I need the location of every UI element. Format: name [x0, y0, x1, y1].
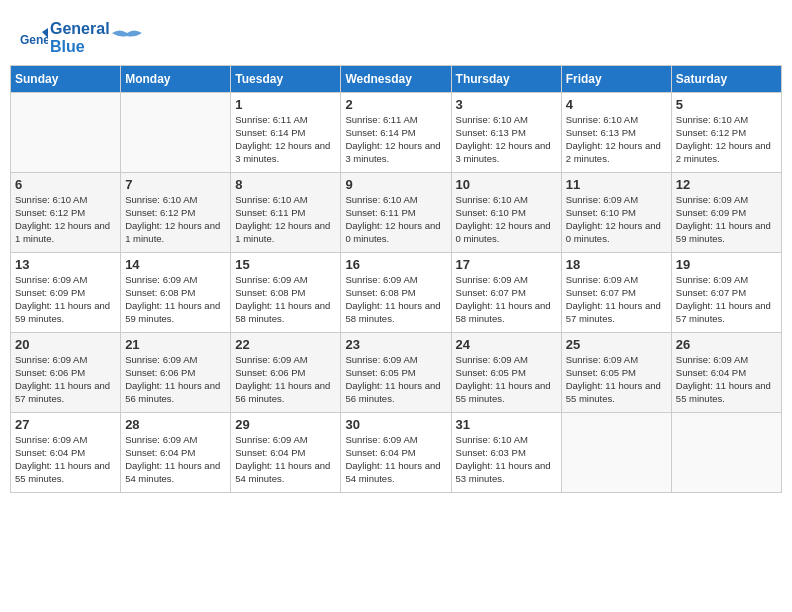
- day-number: 4: [566, 97, 667, 112]
- logo: General General Blue: [20, 20, 142, 55]
- calendar-cell: 9Sunrise: 6:10 AM Sunset: 6:11 PM Daylig…: [341, 173, 451, 253]
- day-number: 16: [345, 257, 446, 272]
- day-info: Sunrise: 6:09 AM Sunset: 6:08 PM Dayligh…: [125, 274, 226, 325]
- day-number: 27: [15, 417, 116, 432]
- calendar-cell: 5Sunrise: 6:10 AM Sunset: 6:12 PM Daylig…: [671, 93, 781, 173]
- calendar-week-row: 20Sunrise: 6:09 AM Sunset: 6:06 PM Dayli…: [11, 333, 782, 413]
- calendar-cell: 19Sunrise: 6:09 AM Sunset: 6:07 PM Dayli…: [671, 253, 781, 333]
- day-info: Sunrise: 6:10 AM Sunset: 6:11 PM Dayligh…: [345, 194, 446, 245]
- weekday-header: Tuesday: [231, 66, 341, 93]
- day-number: 25: [566, 337, 667, 352]
- calendar-cell: 8Sunrise: 6:10 AM Sunset: 6:11 PM Daylig…: [231, 173, 341, 253]
- day-number: 31: [456, 417, 557, 432]
- day-info: Sunrise: 6:09 AM Sunset: 6:07 PM Dayligh…: [456, 274, 557, 325]
- day-number: 18: [566, 257, 667, 272]
- weekday-header: Wednesday: [341, 66, 451, 93]
- day-number: 28: [125, 417, 226, 432]
- calendar-cell: 25Sunrise: 6:09 AM Sunset: 6:05 PM Dayli…: [561, 333, 671, 413]
- calendar-cell: 10Sunrise: 6:10 AM Sunset: 6:10 PM Dayli…: [451, 173, 561, 253]
- weekday-header: Friday: [561, 66, 671, 93]
- day-info: Sunrise: 6:10 AM Sunset: 6:10 PM Dayligh…: [456, 194, 557, 245]
- day-info: Sunrise: 6:09 AM Sunset: 6:04 PM Dayligh…: [345, 434, 446, 485]
- day-info: Sunrise: 6:09 AM Sunset: 6:09 PM Dayligh…: [676, 194, 777, 245]
- day-info: Sunrise: 6:10 AM Sunset: 6:12 PM Dayligh…: [15, 194, 116, 245]
- weekday-header: Thursday: [451, 66, 561, 93]
- day-info: Sunrise: 6:11 AM Sunset: 6:14 PM Dayligh…: [235, 114, 336, 165]
- calendar-week-row: 1Sunrise: 6:11 AM Sunset: 6:14 PM Daylig…: [11, 93, 782, 173]
- calendar-cell: [671, 413, 781, 493]
- calendar-cell: 28Sunrise: 6:09 AM Sunset: 6:04 PM Dayli…: [121, 413, 231, 493]
- day-info: Sunrise: 6:09 AM Sunset: 6:04 PM Dayligh…: [125, 434, 226, 485]
- calendar-cell: 13Sunrise: 6:09 AM Sunset: 6:09 PM Dayli…: [11, 253, 121, 333]
- weekday-header: Saturday: [671, 66, 781, 93]
- day-number: 26: [676, 337, 777, 352]
- day-info: Sunrise: 6:09 AM Sunset: 6:06 PM Dayligh…: [235, 354, 336, 405]
- calendar-cell: [121, 93, 231, 173]
- weekday-header: Monday: [121, 66, 231, 93]
- day-info: Sunrise: 6:09 AM Sunset: 6:04 PM Dayligh…: [235, 434, 336, 485]
- day-info: Sunrise: 6:09 AM Sunset: 6:09 PM Dayligh…: [15, 274, 116, 325]
- day-info: Sunrise: 6:09 AM Sunset: 6:07 PM Dayligh…: [676, 274, 777, 325]
- day-info: Sunrise: 6:10 AM Sunset: 6:13 PM Dayligh…: [566, 114, 667, 165]
- day-number: 15: [235, 257, 336, 272]
- day-info: Sunrise: 6:09 AM Sunset: 6:10 PM Dayligh…: [566, 194, 667, 245]
- calendar-cell: 24Sunrise: 6:09 AM Sunset: 6:05 PM Dayli…: [451, 333, 561, 413]
- calendar-cell: 16Sunrise: 6:09 AM Sunset: 6:08 PM Dayli…: [341, 253, 451, 333]
- day-info: Sunrise: 6:09 AM Sunset: 6:04 PM Dayligh…: [676, 354, 777, 405]
- logo-bird-icon: [112, 28, 142, 48]
- calendar-header-row: SundayMondayTuesdayWednesdayThursdayFrid…: [11, 66, 782, 93]
- logo-blue: Blue: [50, 38, 110, 56]
- svg-text:General: General: [20, 33, 48, 47]
- calendar-week-row: 6Sunrise: 6:10 AM Sunset: 6:12 PM Daylig…: [11, 173, 782, 253]
- day-info: Sunrise: 6:10 AM Sunset: 6:03 PM Dayligh…: [456, 434, 557, 485]
- day-info: Sunrise: 6:09 AM Sunset: 6:07 PM Dayligh…: [566, 274, 667, 325]
- calendar-cell: 12Sunrise: 6:09 AM Sunset: 6:09 PM Dayli…: [671, 173, 781, 253]
- day-info: Sunrise: 6:11 AM Sunset: 6:14 PM Dayligh…: [345, 114, 446, 165]
- page-header: General General Blue: [10, 10, 782, 60]
- day-info: Sunrise: 6:09 AM Sunset: 6:04 PM Dayligh…: [15, 434, 116, 485]
- day-number: 11: [566, 177, 667, 192]
- day-number: 29: [235, 417, 336, 432]
- day-number: 24: [456, 337, 557, 352]
- day-number: 9: [345, 177, 446, 192]
- day-number: 17: [456, 257, 557, 272]
- calendar-cell: 26Sunrise: 6:09 AM Sunset: 6:04 PM Dayli…: [671, 333, 781, 413]
- day-info: Sunrise: 6:09 AM Sunset: 6:05 PM Dayligh…: [566, 354, 667, 405]
- day-number: 5: [676, 97, 777, 112]
- calendar-cell: 17Sunrise: 6:09 AM Sunset: 6:07 PM Dayli…: [451, 253, 561, 333]
- calendar-cell: 7Sunrise: 6:10 AM Sunset: 6:12 PM Daylig…: [121, 173, 231, 253]
- day-info: Sunrise: 6:10 AM Sunset: 6:12 PM Dayligh…: [125, 194, 226, 245]
- calendar-table: SundayMondayTuesdayWednesdayThursdayFrid…: [10, 65, 782, 493]
- calendar-cell: 23Sunrise: 6:09 AM Sunset: 6:05 PM Dayli…: [341, 333, 451, 413]
- day-info: Sunrise: 6:09 AM Sunset: 6:05 PM Dayligh…: [456, 354, 557, 405]
- day-number: 13: [15, 257, 116, 272]
- calendar-cell: [11, 93, 121, 173]
- day-info: Sunrise: 6:09 AM Sunset: 6:08 PM Dayligh…: [235, 274, 336, 325]
- calendar-cell: 27Sunrise: 6:09 AM Sunset: 6:04 PM Dayli…: [11, 413, 121, 493]
- day-number: 2: [345, 97, 446, 112]
- day-number: 20: [15, 337, 116, 352]
- calendar-cell: 11Sunrise: 6:09 AM Sunset: 6:10 PM Dayli…: [561, 173, 671, 253]
- day-number: 1: [235, 97, 336, 112]
- day-info: Sunrise: 6:09 AM Sunset: 6:08 PM Dayligh…: [345, 274, 446, 325]
- day-number: 8: [235, 177, 336, 192]
- day-number: 22: [235, 337, 336, 352]
- day-number: 23: [345, 337, 446, 352]
- day-info: Sunrise: 6:09 AM Sunset: 6:06 PM Dayligh…: [125, 354, 226, 405]
- calendar-cell: 22Sunrise: 6:09 AM Sunset: 6:06 PM Dayli…: [231, 333, 341, 413]
- calendar-cell: 14Sunrise: 6:09 AM Sunset: 6:08 PM Dayli…: [121, 253, 231, 333]
- day-number: 7: [125, 177, 226, 192]
- calendar-cell: 18Sunrise: 6:09 AM Sunset: 6:07 PM Dayli…: [561, 253, 671, 333]
- calendar-cell: 6Sunrise: 6:10 AM Sunset: 6:12 PM Daylig…: [11, 173, 121, 253]
- day-info: Sunrise: 6:10 AM Sunset: 6:13 PM Dayligh…: [456, 114, 557, 165]
- logo-general: General: [50, 20, 110, 38]
- calendar-cell: 1Sunrise: 6:11 AM Sunset: 6:14 PM Daylig…: [231, 93, 341, 173]
- day-number: 10: [456, 177, 557, 192]
- day-number: 19: [676, 257, 777, 272]
- calendar-cell: 29Sunrise: 6:09 AM Sunset: 6:04 PM Dayli…: [231, 413, 341, 493]
- calendar-cell: 20Sunrise: 6:09 AM Sunset: 6:06 PM Dayli…: [11, 333, 121, 413]
- day-number: 6: [15, 177, 116, 192]
- calendar-cell: 2Sunrise: 6:11 AM Sunset: 6:14 PM Daylig…: [341, 93, 451, 173]
- calendar-cell: 3Sunrise: 6:10 AM Sunset: 6:13 PM Daylig…: [451, 93, 561, 173]
- day-info: Sunrise: 6:09 AM Sunset: 6:05 PM Dayligh…: [345, 354, 446, 405]
